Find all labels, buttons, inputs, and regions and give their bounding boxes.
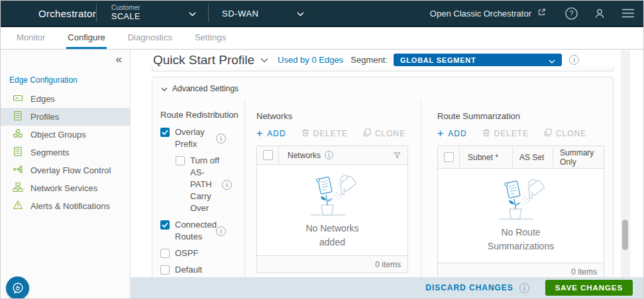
info-icon[interactable]: i (519, 283, 529, 293)
used-by-edges-link[interactable]: Used by 0 Edges (278, 55, 343, 65)
networks-table: Networks i (256, 146, 408, 273)
column-divider (244, 100, 245, 299)
chevron-down-icon (189, 7, 196, 19)
sidebar-item-label: Network Services (30, 183, 97, 193)
networks-section: Networks + ADD DELETE CLONE (256, 111, 408, 273)
sidebar-collapse-icon[interactable]: « (116, 54, 122, 65)
delete-label: DELETE (313, 129, 348, 138)
networks-title: Networks (256, 111, 408, 121)
service-name: SD-WAN (222, 9, 258, 19)
sidebar-item-object-groups[interactable]: Object Groups (1, 126, 130, 144)
external-link-icon (537, 8, 546, 19)
main-nav-tabs: Monitor Configure Diagnostics Settings (1, 27, 644, 50)
route-summarization-delete-button[interactable]: DELETE (482, 128, 529, 139)
previous-section-card-edge (152, 66, 614, 71)
tab-configure[interactable]: Configure (66, 27, 106, 49)
sidebar-item-label: Alerts & Notifications (30, 201, 110, 211)
route-redistribution-section: Route Redistribution Overlay Prefix i Tu… (160, 107, 242, 292)
app-window: Orchestrator Customer SCALE SD-WAN Open … (0, 0, 644, 299)
route-summarization-section: Route Summarization + ADD DELETE CLONE (437, 111, 604, 280)
info-icon[interactable]: i (222, 180, 232, 190)
vertical-scrollbar[interactable] (621, 50, 630, 298)
route-summarization-table-header: Subnet * AS Set Summary Only (438, 146, 604, 169)
sidebar-item-profiles[interactable]: Profiles (1, 108, 130, 126)
sidebar-item-edges[interactable]: Edges (1, 90, 130, 108)
alerts-icon (13, 200, 23, 212)
watering-can-illustration (301, 169, 364, 220)
customer-name: SCALE (111, 12, 140, 22)
connected-routes-checkbox[interactable] (160, 220, 170, 230)
segment-dropdown[interactable]: GLOBAL SEGMENT (394, 54, 562, 66)
clone-icon (544, 128, 552, 139)
edges-icon (13, 93, 23, 105)
info-icon[interactable]: i (325, 151, 333, 159)
checkbox-label: Overlay Prefix (175, 126, 216, 150)
route-summarization-items-count: 0 items (571, 267, 597, 277)
segment-info-icon[interactable]: i (569, 55, 579, 65)
sidebar-item-label: Object Groups (30, 130, 86, 140)
sidebar-item-label: Overlay Flow Control (30, 165, 111, 175)
segments-icon (13, 146, 23, 159)
info-icon[interactable]: i (216, 134, 226, 144)
networks-empty-text: No Networks added (293, 222, 372, 249)
networks-clone-button[interactable]: CLONE (363, 128, 405, 139)
networks-empty-state: No Networks added (257, 165, 407, 255)
sidebar-section-title: Edge Configuration (9, 75, 130, 85)
networks-table-header: Networks i (257, 146, 407, 165)
chevron-down-icon (549, 54, 555, 66)
profile-title-chevron-icon[interactable] (260, 58, 268, 63)
advanced-settings-title: Advanced Settings (172, 84, 239, 93)
route-redistribution-title: Route Redistribution (160, 107, 242, 123)
filter-icon[interactable] (394, 146, 401, 164)
header-divider (208, 5, 209, 22)
turn-off-aspath-checkbox[interactable] (176, 156, 185, 165)
networks-add-button[interactable]: + ADD (256, 128, 286, 139)
sidebar-item-label: Edges (30, 94, 55, 104)
page-title: Quick Start Profile (153, 53, 254, 67)
sidebar-item-label: Profiles (30, 112, 59, 122)
default-route-checkbox[interactable] (160, 265, 170, 275)
tab-monitor[interactable]: Monitor (15, 27, 46, 49)
profiles-icon (13, 110, 23, 123)
user-icon[interactable] (593, 7, 606, 20)
ospf-checkbox[interactable] (160, 249, 170, 258)
top-header-bar: Orchestrator Customer SCALE SD-WAN Open … (1, 1, 644, 27)
customer-dropdown[interactable]: Customer SCALE (111, 4, 196, 22)
sidebar-item-network-services[interactable]: Network Services (1, 179, 130, 197)
sidebar-item-overlay-flow-control[interactable]: Overlay Flow Control (1, 161, 130, 179)
plus-icon: + (256, 128, 263, 139)
header-divider (96, 5, 97, 22)
save-changes-button[interactable]: SAVE CHANGES (545, 280, 633, 296)
overlay-prefix-option: Overlay Prefix i (160, 126, 242, 150)
advanced-settings-toggle[interactable]: Advanced Settings (152, 77, 613, 93)
hamburger-menu-icon[interactable] (621, 7, 635, 19)
networks-toolbar: + ADD DELETE CLONE (256, 128, 408, 139)
open-classic-orchestrator-link[interactable]: Open Classic Orchestrator (430, 8, 546, 19)
connected-routes-option: Connected Routes i (160, 219, 242, 243)
sidebar-item-segments[interactable]: Segments (1, 144, 130, 161)
networks-items-count: 0 items (375, 260, 401, 269)
trash-icon (301, 128, 309, 139)
tab-settings[interactable]: Settings (193, 27, 227, 49)
object-groups-icon (13, 128, 23, 141)
route-summarization-clone-button[interactable]: CLONE (544, 128, 586, 139)
select-all-checkbox[interactable] (263, 150, 273, 160)
checkbox-label: Connected Routes (175, 219, 216, 243)
sidebar-item-alerts-notifications[interactable]: Alerts & Notifications (1, 197, 130, 215)
feedback-button[interactable] (6, 277, 29, 299)
scrollbar-thumb[interactable] (622, 220, 628, 250)
sidebar-item-label: Segments (30, 148, 70, 157)
svg-text:?: ? (570, 9, 574, 17)
as-set-column-header: AS Set (513, 146, 553, 168)
select-all-checkbox[interactable] (444, 152, 454, 162)
route-summarization-add-button[interactable]: + ADD (437, 128, 467, 139)
route-summarization-table: Subnet * AS Set Summary Only (437, 146, 604, 280)
discard-changes-button[interactable]: DISCARD CHANGES i (425, 283, 529, 293)
help-icon[interactable]: ? (564, 7, 578, 21)
overlay-prefix-checkbox[interactable] (160, 128, 170, 137)
networks-delete-button[interactable]: DELETE (301, 128, 348, 139)
service-dropdown[interactable]: SD-WAN (222, 9, 304, 19)
tab-diagnostics[interactable]: Diagnostics (127, 27, 174, 49)
info-icon[interactable]: i (216, 226, 226, 236)
clone-label: CLONE (556, 129, 586, 138)
